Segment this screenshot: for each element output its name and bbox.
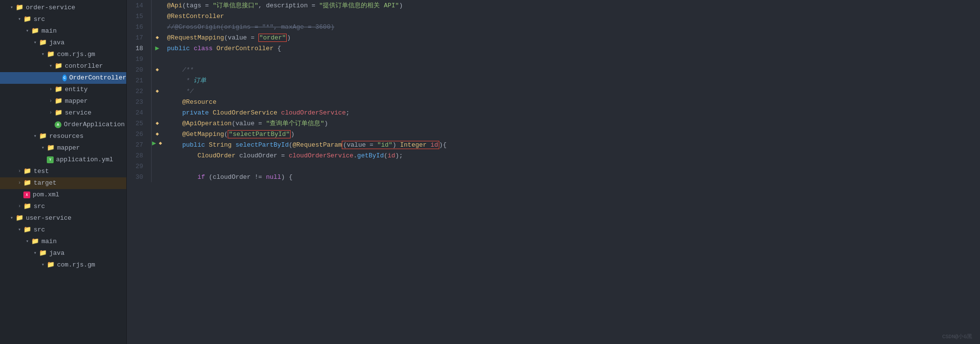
gutter-17: ◆ <box>151 32 163 43</box>
tree-item-order-controller[interactable]: C OrderController <box>0 72 126 84</box>
tree-label: contorller <box>65 61 103 72</box>
folder-icon: 📁 <box>55 108 62 118</box>
tree-item-target[interactable]: 📁 target <box>0 177 126 189</box>
tree-item-user-main[interactable]: 📁 main <box>0 236 126 248</box>
code-line-17: 17 ◆ @RequestMapping(value = "order") <box>127 32 980 43</box>
line-number: 16 <box>136 23 143 31</box>
tree-item-service[interactable]: 📁 service <box>0 107 126 119</box>
code-line-24: 24 private CloudOrderService cloudOrderS… <box>127 107 980 118</box>
tree-label: src <box>34 225 45 235</box>
line-number: 27 <box>136 141 143 149</box>
tree-item-entity[interactable]: 📁 entity <box>0 84 126 96</box>
folder-icon: 📁 <box>31 26 39 37</box>
code-line-27: 27 ▶ ◆ public String selectPartById(@Req… <box>127 139 980 150</box>
gutter-26: ◆ <box>151 129 163 139</box>
tree-label: entity <box>65 84 88 95</box>
tree-label: com.rjs.gm <box>57 260 95 270</box>
line-number: 25 <box>136 120 143 127</box>
line-number: 18 <box>136 45 143 52</box>
tree-label: service <box>65 108 92 118</box>
code-content-23[interactable]: @Resource <box>163 96 980 107</box>
arrow-icon <box>47 61 55 72</box>
code-content-28[interactable]: CloudOrder cloudOrder = cloudOrderServic… <box>163 150 980 161</box>
folder-icon: 📁 <box>16 2 23 13</box>
code-content-16[interactable]: //@CrossOrigin(origins = "*", maxAge = 3… <box>163 21 980 32</box>
tree-item-order-application[interactable]: A OrderApplication <box>0 119 126 131</box>
code-content-24[interactable]: private CloudOrderService cloudOrderServ… <box>163 107 980 118</box>
file-tree[interactable]: 📁 order-service 📁 src 📁 main 📁 java 📁 co… <box>0 0 127 344</box>
tree-label: test <box>34 166 49 177</box>
tree-item-src2[interactable]: 📁 src <box>0 201 126 212</box>
code-content-14[interactable]: @Api(tags = "订单信息接口", description = "提供订… <box>163 0 980 11</box>
code-content-22[interactable]: */ <box>163 86 980 96</box>
code-line-30: 30 if (cloudOrder != null) { <box>127 172 980 182</box>
code-editor[interactable]: 14 @Api(tags = "订单信息接口", description = "… <box>127 0 980 344</box>
tree-label: java <box>49 248 64 259</box>
tree-item-user-java[interactable]: 📁 java <box>0 248 126 259</box>
tree-item-user-src[interactable]: 📁 src <box>0 224 126 236</box>
code-line-23: 23 @Resource <box>127 96 980 107</box>
run-icon: ▶ <box>154 44 161 52</box>
line-number: 15 <box>136 13 143 20</box>
code-line-16: 16 //@CrossOrigin(origins = "*", maxAge … <box>127 21 980 32</box>
tree-item-application-yml[interactable]: Y application.yml <box>0 154 126 166</box>
tree-label: resources <box>49 131 83 142</box>
xml-icon: X <box>23 191 30 198</box>
code-content-26[interactable]: @GetMapping("selectPartById") <box>163 129 980 139</box>
tree-label: main <box>41 26 57 37</box>
tree-item-mapper[interactable]: 📁 mapper <box>0 96 126 107</box>
tree-item-user-com-rjs-gm[interactable]: 📁 com.rjs.gm <box>0 259 126 271</box>
code-content-30[interactable]: if (cloudOrder != null) { <box>163 172 980 182</box>
code-content-20[interactable]: /** <box>163 64 980 75</box>
code-content-19[interactable] <box>163 54 980 64</box>
tree-label: src <box>34 14 45 25</box>
line-number: 17 <box>136 34 143 41</box>
tree-label: mapper <box>57 143 80 153</box>
code-content-27[interactable]: public String selectPartById(@RequestPar… <box>163 139 980 150</box>
bookmark-icon: ◆ <box>154 87 161 95</box>
line-number: 24 <box>136 109 143 116</box>
tree-item-src[interactable]: 📁 src <box>0 14 126 25</box>
code-content-17[interactable]: @RequestMapping(value = "order") <box>163 32 980 43</box>
bookmark-icon: ◆ <box>154 34 161 41</box>
tree-item-test[interactable]: 📁 test <box>0 166 126 177</box>
arrow-icon <box>39 260 47 270</box>
tree-label: com.rjs.gm <box>57 49 95 60</box>
tree-label: application.yml <box>56 154 113 165</box>
line-number: 28 <box>136 152 143 159</box>
tree-item-java[interactable]: 📁 java <box>0 37 126 49</box>
gutter-27: ▶ ◆ <box>152 139 163 147</box>
code-content-15[interactable]: @RestController <box>163 11 980 21</box>
tree-label: main <box>41 236 57 247</box>
code-line-22: 22 ◆ */ <box>127 86 980 96</box>
tree-item-resources[interactable]: 📁 resources <box>0 131 126 142</box>
tree-item-resources-mapper[interactable]: 📁 mapper <box>0 142 126 154</box>
bookmark-icon: ◆ <box>154 66 161 74</box>
code-content-21[interactable]: * 订单 <box>163 75 980 86</box>
tree-item-pom-xml[interactable]: X pom.xml <box>0 189 126 201</box>
tree-item-order-service[interactable]: 📁 order-service <box>0 2 126 14</box>
gutter-20: ◆ <box>151 64 163 75</box>
folder-icon: 📁 <box>23 166 31 177</box>
folder-icon: 📁 <box>23 201 31 212</box>
arrow-icon <box>39 143 47 153</box>
gutter-23 <box>151 96 163 107</box>
code-content-25[interactable]: @ApiOperation(value = "查询单个订单信息") <box>163 118 980 129</box>
line-number: 19 <box>136 56 143 63</box>
arrow-icon <box>16 201 23 212</box>
gutter-29 <box>151 161 163 172</box>
code-content-29[interactable] <box>163 161 980 172</box>
tree-item-user-service[interactable]: 📁 user-service <box>0 212 126 224</box>
folder-icon: 📁 <box>23 14 31 25</box>
tree-item-main[interactable]: 📁 main <box>0 25 126 37</box>
code-content-18[interactable]: public class OrderController { <box>163 43 980 54</box>
code-line-21: 21 * 订单 <box>127 75 980 86</box>
watermark: CSDN@小G黑 <box>942 333 972 340</box>
code-line-20: 20 ◆ /** <box>127 64 980 75</box>
arrow-icon <box>16 14 23 25</box>
code-line-28: 28 CloudOrder cloudOrder = cloudOrderSer… <box>127 150 980 161</box>
tree-item-com-rjs-gm[interactable]: 📁 com.rjs.gm <box>0 49 126 60</box>
tree-item-contorller[interactable]: 📁 contorller <box>0 60 126 72</box>
arrow-icon <box>8 213 16 224</box>
line-number: 21 <box>136 77 143 84</box>
